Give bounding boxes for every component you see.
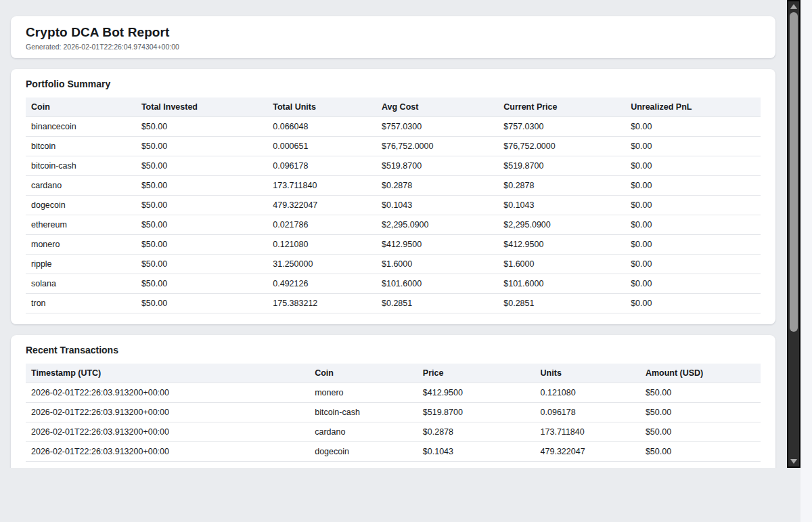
column-header: Price [418,364,535,383]
scrollbar-gutter [800,0,812,522]
cell: bitcoin-cash [309,403,418,422]
cell: cardano [309,422,418,442]
cell: $50.00 [136,196,267,215]
cell: $50.00 [640,422,761,442]
cell: 175.383212 [535,462,640,469]
cell: 173.711840 [267,176,376,196]
cell: solana [26,274,136,294]
table-row: 2026-02-01T22:26:03.913200+00:00monero$4… [26,383,761,403]
table-row: 2026-02-01T22:26:03.913200+00:00dogecoin… [26,442,761,462]
cell: $50.00 [136,255,267,274]
cell: $412.9500 [418,383,535,403]
cell: 479.322047 [535,442,640,462]
table-header-row: CoinTotal InvestedTotal UnitsAvg CostCur… [26,97,761,117]
cell: $412.9500 [376,235,498,255]
cell: $50.00 [640,383,761,403]
table-row: cardano$50.00173.711840$0.2878$0.2878$0.… [26,176,761,196]
cell: tron [309,462,418,469]
report-viewport: Crypto DCA Bot Report Generated: 2026-02… [0,0,787,468]
table-row: ethereum$50.000.021786$2,295.0900$2,295.… [26,215,761,235]
cell: 175.383212 [267,294,376,313]
cell: $50.00 [136,137,267,156]
cell: $76,752.0000 [376,137,498,156]
cell: 0.066048 [267,117,376,137]
portfolio-summary-card: Portfolio Summary CoinTotal InvestedTota… [11,69,775,324]
cell: $1.6000 [376,255,498,274]
cell: $50.00 [640,403,761,422]
vertical-scrollbar[interactable] [787,0,800,468]
table-row: monero$50.000.121080$412.9500$412.9500$0… [26,235,761,255]
cell: $0.2878 [498,176,625,196]
cell: $1.6000 [498,255,625,274]
portfolio-summary-heading: Portfolio Summary [26,79,761,90]
cell: $50.00 [136,235,267,255]
report-page: { "page": { "title": "Crypto DCA Bot Rep… [0,0,812,522]
cell: $0.00 [625,255,761,274]
scroll-down-arrow-icon[interactable] [790,459,797,464]
cell: dogecoin [26,196,136,215]
cell: 0.121080 [267,235,376,255]
cell: 0.492126 [267,274,376,294]
cell: 0.096178 [535,403,640,422]
column-header: Current Price [498,97,625,117]
column-header: Timestamp (UTC) [26,364,309,383]
cell: 2026-02-01T22:26:03.913200+00:00 [26,462,309,469]
column-header: Units [535,364,640,383]
cell: $0.2878 [376,176,498,196]
cell: $50.00 [136,294,267,313]
table-row: 2026-02-01T22:26:03.913200+00:00bitcoin-… [26,403,761,422]
cell: $50.00 [136,176,267,196]
cell: bitcoin [26,137,136,156]
cell: dogecoin [309,442,418,462]
cell: binancecoin [26,117,136,137]
table-row: bitcoin$50.000.000651$76,752.0000$76,752… [26,137,761,156]
scrollbar-thumb[interactable] [790,12,798,332]
cell: $0.2851 [418,462,535,469]
column-header: Unrealized PnL [625,97,761,117]
cell: $519.8700 [418,403,535,422]
cell: $757.0300 [498,117,625,137]
table-row: bitcoin-cash$50.000.096178$519.8700$519.… [26,156,761,176]
cell: 0.021786 [267,215,376,235]
cell: cardano [26,176,136,196]
column-header: Total Invested [136,97,267,117]
cell: tron [26,294,136,313]
table-row: solana$50.000.492126$101.6000$101.6000$0… [26,274,761,294]
cell: $0.00 [625,137,761,156]
table-row: ripple$50.0031.250000$1.6000$1.6000$0.00 [26,255,761,274]
cell: $0.1043 [418,442,535,462]
recent-transactions-table: Timestamp (UTC)CoinPriceUnitsAmount (USD… [26,364,761,468]
cell: 2026-02-01T22:26:03.913200+00:00 [26,442,309,462]
generated-timestamp: Generated: 2026-02-01T22:26:04.974304+00… [26,42,761,51]
portfolio-summary-table: CoinTotal InvestedTotal UnitsAvg CostCur… [26,97,761,313]
cell: $519.8700 [376,156,498,176]
cell: $519.8700 [498,156,625,176]
cell: 173.711840 [535,422,640,442]
cell: $0.2851 [376,294,498,313]
cell: $101.6000 [498,274,625,294]
cell: $101.6000 [376,274,498,294]
table-row: 2026-02-01T22:26:03.913200+00:00cardano$… [26,422,761,442]
cell: $76,752.0000 [498,137,625,156]
cell: bitcoin-cash [26,156,136,176]
cell: $0.1043 [498,196,625,215]
recent-transactions-card: Recent Transactions Timestamp (UTC)CoinP… [11,335,775,468]
cell: $50.00 [136,274,267,294]
cell: $0.00 [625,215,761,235]
column-header: Amount (USD) [640,364,761,383]
table-row: binancecoin$50.000.066048$757.0300$757.0… [26,117,761,137]
cell: $0.00 [625,294,761,313]
cell: $0.2851 [498,294,625,313]
cell: $0.00 [625,235,761,255]
table-row: dogecoin$50.00479.322047$0.1043$0.1043$0… [26,196,761,215]
cell: $50.00 [136,117,267,137]
column-header: Avg Cost [376,97,498,117]
cell: monero [26,235,136,255]
scroll-up-arrow-icon[interactable] [790,4,797,9]
cell: $412.9500 [498,235,625,255]
cell: 2026-02-01T22:26:03.913200+00:00 [26,403,309,422]
cell: $50.00 [640,462,761,469]
column-header: Total Units [267,97,376,117]
cell: monero [309,383,418,403]
cell: ethereum [26,215,136,235]
